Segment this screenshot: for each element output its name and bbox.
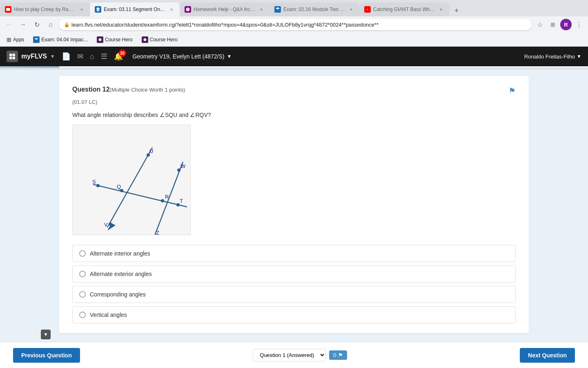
- user-name-text: Ronaldo Freitas-Filho: [524, 54, 575, 60]
- flvs-favicon: [95, 6, 101, 13]
- bookmark-star-button[interactable]: ☆: [534, 19, 546, 30]
- tab-flvs-exam[interactable]: Exam: 03.11 Segment One Exam... ×: [90, 2, 180, 16]
- radio-alternate-exterior[interactable]: [79, 271, 86, 277]
- tab-label-flvs: Exam: 03.11 Segment One Exam...: [104, 7, 166, 12]
- youtube-bass-favicon: [364, 6, 371, 13]
- homework-favicon: [185, 6, 191, 13]
- tab-youtube-creep[interactable]: How to play Creep by Radiohead... ×: [0, 2, 90, 16]
- course-selector[interactable]: Geometry V19, Evelyn Lett (4872/S) ▼: [133, 53, 232, 60]
- tab-close-flvs[interactable]: ×: [168, 6, 175, 13]
- choice-vertical[interactable]: Vertical angles: [72, 306, 516, 323]
- tab-close-youtube[interactable]: ×: [78, 6, 85, 13]
- svg-text:T: T: [180, 198, 183, 204]
- profile-avatar[interactable]: R: [560, 19, 572, 30]
- tab-close-homework[interactable]: ×: [258, 6, 265, 13]
- radio-corresponding[interactable]: [79, 291, 86, 298]
- bookmark-exam04[interactable]: Exam: 04.04 Impac...: [30, 36, 91, 44]
- bookmark-coursehero1[interactable]: Course Hero: [94, 36, 136, 44]
- previous-question-button[interactable]: Previous Question: [13, 348, 80, 363]
- home-icon[interactable]: ⌂: [90, 52, 94, 61]
- tab-label-homework: Homework Help - Q&A from On...: [194, 7, 256, 12]
- svg-point-22: [153, 235, 156, 235]
- svg-text:Z: Z: [156, 230, 159, 235]
- reload-button[interactable]: ↻: [31, 19, 42, 30]
- flag-counter: 0 ⚑: [329, 350, 347, 360]
- user-dropdown-icon: ▼: [577, 54, 581, 59]
- svg-point-20: [109, 222, 112, 226]
- question-type: (Multiple Choice Worth 1 points): [110, 87, 185, 93]
- question-header: Question 12(Multiple Choice Worth 1 poin…: [72, 86, 516, 96]
- bookmark-coursehero2[interactable]: Course Hero: [138, 36, 181, 44]
- choice-label-a: Alternate interior angles: [90, 250, 150, 257]
- geometry-diagram: S Q U W R T: [72, 125, 191, 235]
- youtube-favicon: [5, 6, 11, 13]
- svg-line-4: [107, 148, 152, 227]
- tab-flvs-module[interactable]: Exam: 02.16 Module Two Exam... ×: [270, 2, 359, 16]
- next-question-button[interactable]: Next Question: [520, 348, 575, 363]
- radio-vertical[interactable]: [79, 312, 86, 318]
- user-name[interactable]: Ronaldo Freitas-Filho ▼: [524, 54, 581, 60]
- message-icon[interactable]: ✉: [77, 52, 83, 61]
- back-button[interactable]: ←: [3, 19, 15, 30]
- extensions-button[interactable]: ⊞: [547, 19, 559, 30]
- course-name: Geometry V19, Evelyn Lett (4872/S): [133, 53, 225, 60]
- myflvs-dropdown-icon[interactable]: ▼: [50, 54, 55, 59]
- choice-corresponding[interactable]: Corresponding angles: [72, 286, 516, 303]
- myflvs-logo[interactable]: myFLVS ▼: [7, 51, 55, 62]
- coursehero1-favicon: [97, 36, 103, 43]
- course-dropdown-icon: ▼: [227, 54, 232, 59]
- scroll-chevron-down[interactable]: ▼: [41, 330, 51, 339]
- bottom-bar: Previous Question Question 1 (Answered) …: [0, 342, 588, 368]
- tab-close-flvs-module[interactable]: ×: [348, 6, 354, 13]
- svg-text:S: S: [92, 179, 96, 185]
- svg-point-2: [143, 38, 146, 41]
- svg-text:Q: Q: [117, 184, 121, 190]
- tab-youtube-bass[interactable]: Catching GIANT Bass While Fish... ×: [359, 2, 449, 16]
- app-nav-bar: myFLVS ▼ 📄 ✉ ⌂ ☰ 🔔 30 Geometry V19, Evel…: [0, 47, 588, 66]
- myflvs-text: myFLVS: [21, 53, 47, 60]
- flvs-module-favicon: [274, 6, 281, 13]
- app-nav-icons: 📄 ✉ ⌂ ☰ 🔔 30: [62, 52, 123, 61]
- svg-text:W: W: [180, 163, 186, 169]
- coursehero1-label: Course Hero: [105, 37, 133, 43]
- choice-alternate-exterior[interactable]: Alternate exterior angles: [72, 265, 516, 283]
- svg-point-8: [96, 184, 100, 187]
- notification-count: 30: [119, 49, 126, 57]
- geometry-svg: S Q U W R T: [73, 125, 191, 235]
- address-bar: ← → ↻ ⌂ 🔒 learn.flvs.net/educator/studen…: [0, 16, 588, 33]
- svg-point-16: [161, 199, 164, 202]
- answer-choices: Alternate interior angles Alternate exte…: [72, 245, 516, 323]
- flag-question-button[interactable]: ⚑: [508, 86, 516, 96]
- notification-badge[interactable]: 🔔 30: [114, 52, 123, 61]
- svg-text:U: U: [149, 148, 153, 154]
- choice-alternate-interior[interactable]: Alternate interior angles: [72, 245, 516, 262]
- coursehero2-label: Course Hero: [150, 37, 178, 43]
- question-number: Question 12: [72, 86, 110, 93]
- tab-close-youtube-bass[interactable]: ×: [438, 6, 444, 13]
- address-text: learn.flvs.net/educator/student/examform…: [71, 22, 379, 28]
- radio-alternate-interior[interactable]: [79, 250, 86, 257]
- question-select-dropdown[interactable]: Question 1 (Answered): [253, 349, 326, 361]
- choice-label-c: Corresponding angles: [90, 291, 146, 298]
- home-button[interactable]: ⌂: [45, 19, 56, 30]
- flag-counter-icon: ⚑: [338, 352, 343, 358]
- address-input[interactable]: 🔒 learn.flvs.net/educator/student/examfo…: [59, 19, 532, 30]
- bookmark-apps[interactable]: ⊞ Apps: [3, 36, 27, 44]
- flvs-logo-icon: [7, 51, 18, 62]
- flag-count-text: 0: [333, 352, 336, 358]
- list-icon[interactable]: ☰: [101, 52, 107, 61]
- chrome-menu-button[interactable]: ⋮: [573, 19, 585, 30]
- tab-label-youtube: How to play Creep by Radiohead...: [14, 7, 76, 12]
- document-icon[interactable]: 📄: [62, 52, 71, 61]
- new-tab-button[interactable]: +: [451, 5, 462, 16]
- question-code: (01.07 LC): [72, 99, 516, 105]
- apps-label: Apps: [13, 37, 24, 43]
- toolbar-right: ☆ ⊞ R ⋮: [534, 19, 585, 30]
- question-card: Question 12(Multiple Choice Worth 1 poin…: [59, 76, 529, 333]
- svg-point-1: [98, 38, 101, 41]
- tab-homework-help[interactable]: Homework Help - Q&A from On... ×: [180, 2, 270, 16]
- forward-button[interactable]: →: [17, 19, 29, 30]
- bookmarks-bar: ⊞ Apps Exam: 04.04 Impac... Course Hero …: [0, 33, 588, 47]
- exam04-favicon: [33, 36, 40, 43]
- svg-text:V: V: [104, 222, 108, 228]
